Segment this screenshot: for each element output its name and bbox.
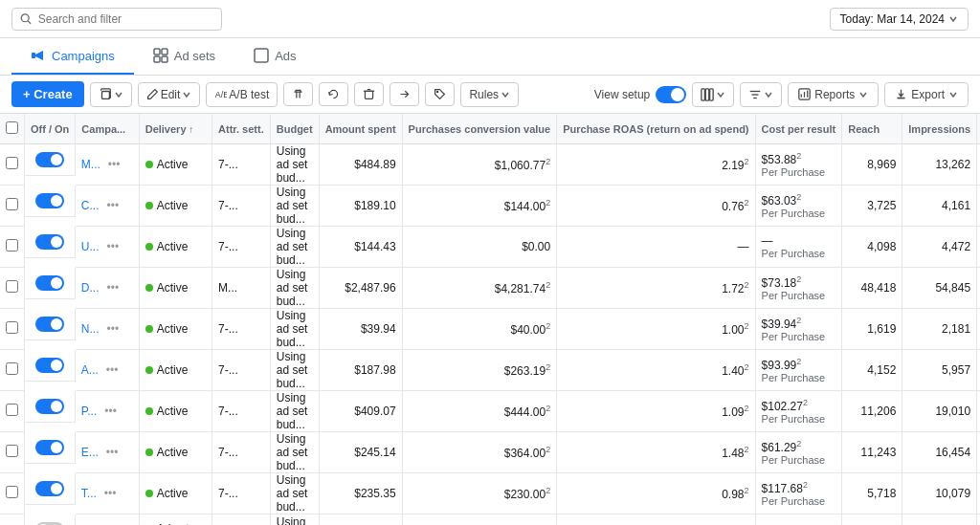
row-checkbox[interactable] (6, 321, 18, 334)
row-toggle-cell[interactable] (25, 144, 76, 176)
row-toggle-cell[interactable] (25, 350, 76, 382)
campaign-name-link[interactable]: T... (81, 487, 97, 500)
undo-button[interactable] (319, 82, 348, 106)
row-checkbox[interactable] (6, 157, 18, 169)
date-button[interactable]: Today: Mar 14, 2024 (830, 8, 969, 31)
campaign-options-button[interactable]: ••• (103, 197, 123, 214)
row-checkbox-cell[interactable] (0, 432, 25, 473)
reach-cell: 1,619 (842, 309, 902, 350)
delivery-cell: Active (139, 473, 212, 514)
campaign-name-link[interactable]: E... (81, 446, 99, 459)
row-toggle[interactable] (35, 481, 64, 496)
campaign-options-button[interactable]: ••• (103, 238, 123, 255)
purchases-cv-cell: $1,060.772 (402, 144, 557, 186)
row-toggle[interactable] (35, 193, 64, 208)
row-checkbox-cell[interactable] (0, 186, 25, 227)
export-button[interactable]: Export (884, 82, 969, 107)
select-all-checkbox[interactable] (6, 121, 18, 134)
row-toggle-cell[interactable] (25, 432, 76, 464)
row-checkbox-cell[interactable] (0, 268, 25, 309)
row-checkbox[interactable] (6, 362, 18, 375)
row-checkbox-cell[interactable] (0, 309, 25, 350)
search-input[interactable] (38, 12, 213, 26)
campaign-options-button[interactable]: ••• (102, 361, 122, 379)
row-toggle[interactable] (35, 234, 64, 250)
row-checkbox[interactable] (6, 280, 18, 293)
columns-icon (701, 88, 714, 101)
select-all-header[interactable] (0, 114, 25, 144)
row-checkbox-cell[interactable] (0, 227, 25, 268)
campaign-name-link[interactable]: M... (81, 158, 100, 171)
row-toggle[interactable] (35, 440, 64, 455)
create-button[interactable]: + Create (11, 81, 84, 107)
dropdown-arrow-icon (114, 90, 123, 99)
row-checkbox[interactable] (6, 404, 18, 416)
campaign-name-link[interactable]: D... (81, 281, 100, 295)
campaign-name-cell: E... ••• (76, 432, 139, 473)
tab-campaigns[interactable]: Campaigns (11, 38, 134, 75)
campaign-name-link[interactable]: C... (81, 199, 100, 212)
rules-button[interactable]: Rules (460, 82, 519, 107)
campaign-options-button[interactable]: ••• (100, 485, 121, 502)
trash-button[interactable] (354, 82, 384, 106)
tab-ads[interactable]: Ads (234, 38, 315, 75)
delete-button[interactable] (283, 82, 313, 106)
campaign-options-button[interactable]: ••• (100, 403, 121, 420)
row-toggle[interactable] (35, 522, 64, 526)
row-checkbox-cell[interactable] (0, 473, 25, 514)
row-toggle-cell[interactable] (25, 268, 76, 299)
row-toggle[interactable] (35, 275, 64, 291)
tab-adsets[interactable]: Ad sets (134, 38, 234, 75)
campaign-options-button[interactable]: ••• (103, 320, 123, 338)
trash-icon (363, 88, 375, 100)
row-checkbox[interactable] (6, 486, 18, 498)
arrow-button[interactable] (390, 82, 419, 106)
row-toggle-cell[interactable] (25, 227, 76, 258)
filter-icon (748, 88, 762, 101)
view-setup-toggle[interactable] (656, 86, 686, 103)
row-checkbox-cell[interactable] (0, 350, 25, 391)
row-toggle[interactable] (35, 317, 64, 332)
campaign-options-button[interactable]: ••• (104, 156, 124, 173)
row-checkbox-cell[interactable] (0, 391, 25, 432)
duplicate-button[interactable] (90, 82, 132, 107)
th-purchases-cv: Purchases conversion value (402, 114, 557, 144)
campaign-name-link[interactable]: A... (81, 363, 99, 377)
table-row: E... ••• Active 7-... Using ad set bud..… (0, 432, 980, 473)
th-delivery[interactable]: Delivery (139, 114, 212, 144)
delivery-label: Active (157, 487, 189, 500)
campaign-name-link[interactable]: P... (81, 405, 97, 418)
chevron-down-icon (948, 14, 958, 24)
campaign-name-cell: P... ••• (76, 391, 139, 432)
row-toggle[interactable] (35, 399, 64, 414)
columns-button[interactable] (692, 82, 734, 107)
row-toggle-cell[interactable] (25, 391, 76, 423)
row-checkbox-cell[interactable] (0, 144, 25, 186)
campaign-name-link[interactable]: N... (81, 322, 100, 336)
row-checkbox-cell[interactable] (0, 514, 25, 526)
row-toggle-cell[interactable] (25, 514, 76, 526)
tag-button[interactable] (425, 82, 455, 106)
budget-cell: Using ad set bud... (270, 268, 319, 309)
row-toggle[interactable] (35, 152, 64, 167)
row-toggle[interactable] (35, 358, 64, 373)
row-toggle-cell[interactable] (25, 473, 76, 505)
campaign-name-link[interactable]: U... (81, 240, 100, 253)
filter-button[interactable] (740, 82, 782, 107)
row-toggle-cell[interactable] (25, 186, 76, 217)
campaign-name-cell: A... ••• (76, 350, 139, 391)
row-toggle-cell[interactable] (25, 309, 76, 340)
th-campaign[interactable]: Campa... (76, 114, 139, 144)
reports-button[interactable]: Reports (788, 82, 879, 107)
row-checkbox[interactable] (6, 239, 18, 252)
search-bar[interactable] (11, 8, 222, 31)
attr-cell: 7-... (212, 473, 271, 514)
edit-button[interactable]: Edit (138, 82, 201, 107)
campaign-options-button[interactable]: ••• (102, 444, 122, 461)
ab-test-button[interactable]: A/B A/B test (206, 82, 278, 107)
campaign-options-button[interactable]: ••• (103, 279, 123, 296)
export-icon (895, 88, 907, 100)
cost-per-result-cell: $53.882 Per Purchase (755, 144, 842, 186)
row-checkbox[interactable] (6, 445, 18, 457)
row-checkbox[interactable] (6, 198, 18, 210)
